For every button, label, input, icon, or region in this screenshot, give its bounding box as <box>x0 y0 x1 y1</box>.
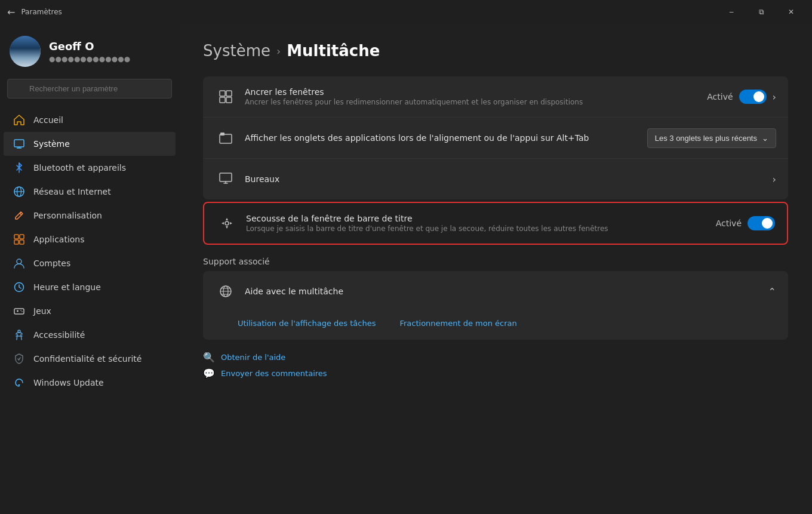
confidentialite-icon <box>13 353 25 365</box>
profile-email: ●●●●●●●●●●●●● <box>49 55 130 63</box>
titlebar: ← Paramètres – ⧉ ✕ <box>0 0 812 24</box>
support-links: Utilisation de l'affichage des tâches Fr… <box>203 312 788 340</box>
svg-point-28 <box>225 221 229 225</box>
ancrer-control: Activé › <box>707 90 776 104</box>
bureaux-icon <box>215 168 236 190</box>
ancrer-chevron[interactable]: › <box>773 91 776 103</box>
sidebar-item-reseau[interactable]: Réseau et Internet <box>4 180 176 204</box>
perso-label: Personnalisation <box>33 211 102 220</box>
back-button[interactable]: ← <box>7 7 15 18</box>
support-chevron-control: ⌃ <box>768 286 776 297</box>
restore-button[interactable]: ⧉ <box>748 2 775 21</box>
secousse-control: Activé <box>716 216 775 230</box>
aide-label[interactable]: Obtenir de l'aide <box>221 353 285 362</box>
bureaux-chevron[interactable]: › <box>773 174 776 185</box>
onglets-icon <box>215 127 236 149</box>
svg-rect-7 <box>14 235 19 239</box>
bureaux-title: Bureaux <box>245 174 773 184</box>
support-chevron-up[interactable]: ⌃ <box>768 286 776 297</box>
sidebar-item-bluetooth[interactable]: Bluetooth et appareils <box>4 156 176 180</box>
svg-point-11 <box>17 259 21 264</box>
row-onglets: Afficher les onglets des applications lo… <box>203 118 788 159</box>
search-container: 🔍 <box>0 79 179 108</box>
onglets-dropdown-text: Les 3 onglets les plus récents <box>655 134 757 143</box>
onglets-control: Les 3 onglets les plus récents ⌄ <box>647 128 776 148</box>
commentaires-icon: 💬 <box>203 368 215 379</box>
svg-rect-27 <box>220 173 232 181</box>
svg-rect-22 <box>226 91 232 96</box>
onglets-dropdown[interactable]: Les 3 onglets les plus récents ⌄ <box>647 128 776 148</box>
commentaires-label[interactable]: Envoyer des commentaires <box>221 369 327 378</box>
ancrer-content: Ancrer les fenêtres Ancrer les fenêtres … <box>245 87 707 106</box>
sidebar-item-accueil[interactable]: Accueil <box>4 108 176 132</box>
avatar-landscape-bg <box>10 36 41 67</box>
profile-section[interactable]: Geoff O ●●●●●●●●●●●●● <box>0 31 179 79</box>
minimize-button[interactable]: – <box>718 2 745 21</box>
svg-point-16 <box>20 310 21 311</box>
svg-point-17 <box>21 311 23 312</box>
window-controls: – ⧉ ✕ <box>718 2 805 21</box>
access-label: Accessibilité <box>33 330 85 340</box>
svg-rect-23 <box>220 97 225 103</box>
ancrer-title: Ancrer les fenêtres <box>245 87 707 97</box>
footer-commentaires[interactable]: 💬 Envoyer des commentaires <box>203 368 788 379</box>
support-section-title: Support associé <box>203 257 788 266</box>
support-title: Aide avec le multitâche <box>245 287 768 296</box>
sidebar-item-jeux[interactable]: Jeux <box>4 299 176 323</box>
bureaux-control: › <box>773 174 776 185</box>
secousse-icon <box>216 213 238 234</box>
secousse-content: Secousse de la fenêtre de barre de titre… <box>246 214 716 233</box>
close-button[interactable]: ✕ <box>777 2 805 21</box>
sidebar-item-perso[interactable]: Personnalisation <box>4 204 176 227</box>
support-link-fractionnement[interactable]: Fractionnement de mon écran <box>399 319 516 328</box>
jeux-icon <box>13 305 25 317</box>
svg-rect-24 <box>226 97 232 103</box>
support-link-affichage[interactable]: Utilisation de l'affichage des tâches <box>238 319 376 328</box>
bluetooth-icon <box>13 162 25 174</box>
sidebar-item-systeme[interactable]: Système <box>4 132 176 156</box>
profile-name: Geoff O <box>49 39 130 53</box>
access-icon <box>13 329 25 341</box>
bluetooth-label: Bluetooth et appareils <box>33 163 126 173</box>
update-icon <box>13 377 25 389</box>
app-container: Geoff O ●●●●●●●●●●●●● 🔍 AccueilSystèmeBl… <box>0 24 812 514</box>
support-globe-icon <box>215 281 236 302</box>
secousse-status: Activé <box>716 218 742 228</box>
footer-aide[interactable]: 🔍 Obtenir de l'aide <box>203 352 788 363</box>
ancrer-status: Activé <box>707 92 733 101</box>
comptes-icon <box>13 257 25 269</box>
search-wrapper: 🔍 <box>7 79 172 99</box>
footer-links: 🔍 Obtenir de l'aide 💬 Envoyer des commen… <box>203 352 788 379</box>
heure-label: Heure et langue <box>33 282 101 292</box>
svg-line-6 <box>20 213 21 215</box>
perso-icon <box>13 210 25 221</box>
sidebar-item-comptes[interactable]: Comptes <box>4 251 176 275</box>
reseau-icon <box>13 186 25 198</box>
sidebar-item-update[interactable]: Windows Update <box>4 371 176 395</box>
avatar <box>10 36 41 67</box>
app-title: Paramètres <box>21 8 61 16</box>
breadcrumb: Système › Multitâche <box>203 42 788 60</box>
svg-rect-9 <box>14 240 19 244</box>
sidebar-item-access[interactable]: Accessibilité <box>4 323 176 347</box>
row-secousse: Secousse de la fenêtre de barre de titre… <box>204 203 787 244</box>
row-ancrer: Ancrer les fenêtres Ancrer les fenêtres … <box>203 76 788 118</box>
sidebar-item-confidentialite[interactable]: Confidentialité et sécurité <box>4 347 176 371</box>
bureaux-content: Bureaux <box>245 174 773 184</box>
support-title-content: Aide avec le multitâche <box>245 287 768 296</box>
jeux-label: Jeux <box>33 306 51 316</box>
svg-line-20 <box>19 358 21 360</box>
search-input[interactable] <box>7 79 172 99</box>
svg-rect-0 <box>14 140 24 147</box>
ancrer-toggle-thumb <box>753 91 764 102</box>
update-label: Windows Update <box>33 378 104 387</box>
secousse-toggle[interactable] <box>748 216 775 230</box>
ancrer-toggle[interactable] <box>739 90 767 104</box>
sidebar-item-apps[interactable]: Applications <box>4 227 176 251</box>
sidebar-item-heure[interactable]: Heure et langue <box>4 275 176 299</box>
aide-icon: 🔍 <box>203 352 215 363</box>
svg-rect-26 <box>220 133 224 136</box>
apps-label: Applications <box>33 235 85 244</box>
accueil-label: Accueil <box>33 115 63 125</box>
secousse-title: Secousse de la fenêtre de barre de titre <box>246 214 716 223</box>
